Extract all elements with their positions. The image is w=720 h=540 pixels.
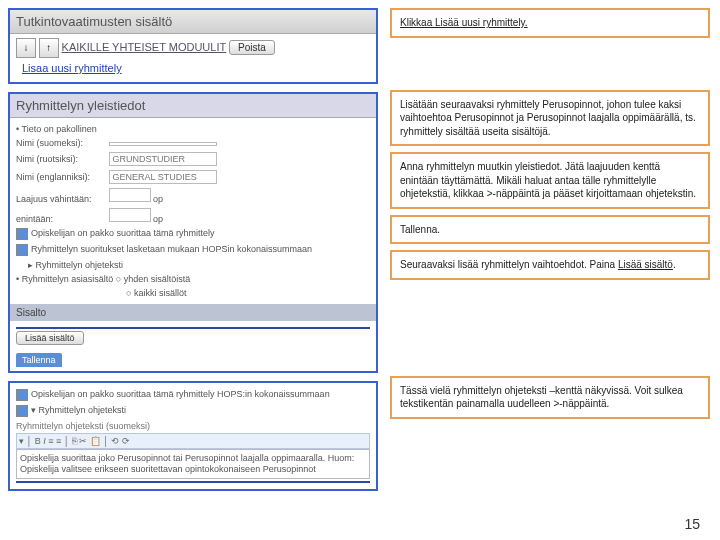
content-label: Ryhmittelyn asiasisältö: [22, 274, 114, 284]
arrow-up-icon[interactable]: ↑: [39, 38, 59, 58]
details-header: Ryhmittelyn yleistiedot: [10, 94, 376, 118]
chk-sum[interactable]: [16, 244, 28, 256]
extent-label: Laajuus vähintään:: [16, 194, 106, 204]
add-grouping-link[interactable]: Lisaa uusi ryhmittely: [16, 58, 370, 78]
chk-required[interactable]: [16, 228, 28, 240]
name-en-field[interactable]: GENERAL STUDIES: [109, 170, 217, 184]
name-en-label: Nimi (englanniksi):: [16, 172, 106, 182]
callout-1: Klikkaa Lisää uusi ryhmittely.: [390, 8, 710, 38]
name-fi-field[interactable]: [109, 142, 217, 146]
arrow-down-icon[interactable]: ↓: [16, 38, 36, 58]
chk-b1[interactable]: [16, 389, 28, 401]
editor-toolbar[interactable]: ▾ │ B I ≡ ≡ │ ⎘ ✂ 📋 │ ⟲ ⟳: [16, 433, 370, 449]
panel-title: Tutkintovaatimusten sisältö: [10, 10, 376, 34]
remove-button[interactable]: Poista: [229, 40, 275, 55]
name-sv-label: Nimi (ruotsiksi):: [16, 154, 106, 164]
editor-content[interactable]: Opiskelija suorittaa joko Perusopinnot t…: [16, 449, 370, 479]
callout-5: Seuraavaksi lisää ryhmittelyn vaihtoehdo…: [390, 250, 710, 280]
name-fi-label: Nimi (suomeksi):: [16, 138, 106, 148]
add-content-button[interactable]: Lisää sisältö: [16, 331, 84, 345]
save-button[interactable]: Tallenna: [16, 353, 62, 367]
module-link[interactable]: KAIKILLE YHTEISET MODUULIT: [62, 41, 227, 53]
grouping-details-panel: Ryhmittelyn yleistiedot • Tieto on pakol…: [8, 92, 378, 373]
extent-min-input[interactable]: [109, 188, 151, 202]
required-note: • Tieto on pakollinen: [16, 122, 370, 136]
callout-3: Anna ryhmittelyn muutkin yleistiedot. Jä…: [390, 152, 710, 209]
sisalto-header: Sisalto: [10, 304, 376, 321]
help-label[interactable]: Ryhmittelyn ohjeteksti: [36, 260, 124, 270]
callout-6: Tässä vielä ryhmittelyn ohjeteksti –kent…: [390, 376, 710, 419]
name-sv-field[interactable]: GRUNDSTUDIER: [109, 152, 217, 166]
editor-label: Ryhmittelyn ohjeteksti (suomeksi): [16, 419, 370, 433]
max-label: enintään:: [16, 214, 106, 224]
chk-b2[interactable]: [16, 405, 28, 417]
callout-2: Lisätään seuraavaksi ryhmittely Perusopi…: [390, 90, 710, 147]
extent-max-input[interactable]: [109, 208, 151, 222]
top-grouping-panel: Tutkintovaatimusten sisältö ↓ ↑ KAIKILLE…: [8, 8, 378, 84]
callout-4: Tallenna.: [390, 215, 710, 245]
page-number: 15: [684, 516, 700, 532]
bottom-editor-panel: Opiskelijan on pakko suorittaa tämä ryhm…: [8, 381, 378, 491]
